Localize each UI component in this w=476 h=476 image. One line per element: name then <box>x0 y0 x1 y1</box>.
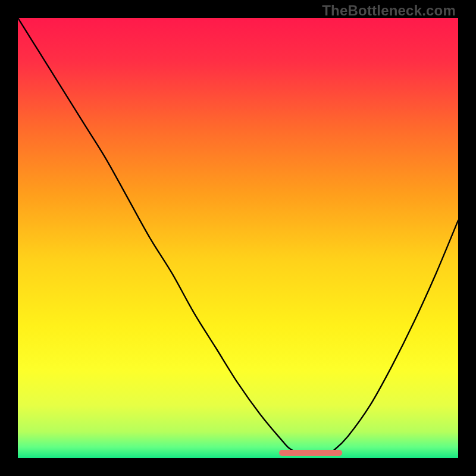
watermark-text: TheBottleneck.com <box>322 2 456 19</box>
curve-layer <box>18 18 458 458</box>
bottleneck-curve <box>18 18 458 455</box>
chart-frame <box>18 18 458 458</box>
plot-area <box>18 18 458 458</box>
